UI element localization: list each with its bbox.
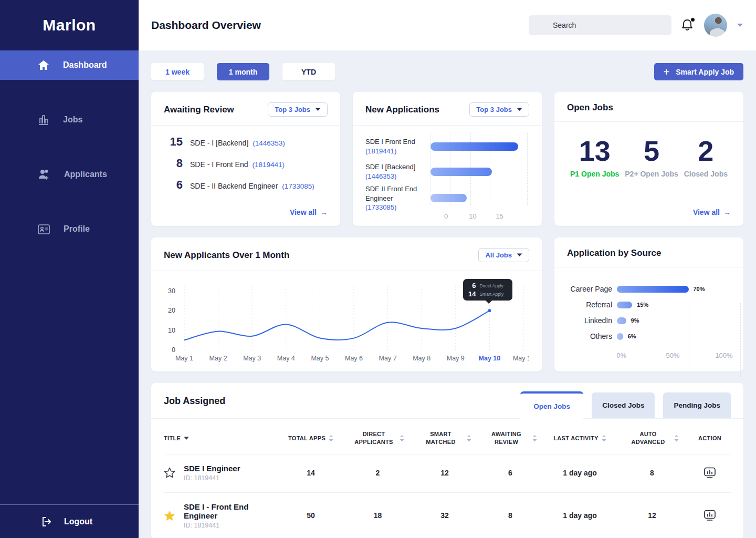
open-jobs-view-all-link[interactable]: View all → [680,208,743,226]
star-outline-icon[interactable] [164,467,175,478]
column-header-last-activity[interactable]: LAST ACTIVITY [544,434,615,442]
source-bar-track: 15% [617,302,719,308]
sidebar-item-profile[interactable]: Profile [0,214,139,244]
column-label: DIRECT APPLICANTS [351,430,396,447]
notification-bell-icon[interactable] [681,18,695,33]
action-cell [689,509,731,522]
new-applicants-title: New Applicants Over 1 Month [164,250,289,261]
column-header-action: ACTION [689,434,731,442]
report-action-button[interactable] [704,509,716,522]
bar-job-id-link[interactable]: (1819441) [365,147,430,156]
table-cell: 8 [476,511,544,520]
table-cell: 12 [413,469,476,477]
table-cell: 18 [342,511,413,520]
tab-open-jobs[interactable]: Open Jobs [520,391,583,419]
awaiting-job-title: SDE - I Front End(1819441) [190,160,328,169]
caret-down-icon[interactable] [184,437,189,440]
table-cell: 14 [279,469,342,477]
smart-apply-job-button[interactable]: + Smart Apply Job [654,63,743,80]
awaiting-review-filter-dropdown[interactable]: Top 3 Jobs [268,102,328,117]
range-button-ytd[interactable]: YTD [282,63,335,80]
source-value-label: 70% [694,286,705,293]
star-filled-icon[interactable] [164,510,175,521]
bar-job-id-link[interactable]: (1446353) [365,172,430,181]
logout-label: Logout [64,517,92,526]
table-cell: 32 [413,511,476,520]
line-series [184,311,489,340]
job-title-cell: SDE I - Front End EngineerID: 1819441 [164,502,279,529]
report-action-button[interactable] [704,467,716,479]
all-jobs-filter-dropdown[interactable]: All Jobs [478,248,529,262]
sidebar-nav: DashboardJobsApplicantsProfile [0,50,139,244]
bar-job-id-link[interactable]: (1733085) [365,203,430,212]
column-label: TITLE [164,434,181,442]
column-label: AWAITING REVIEW [484,430,529,447]
column-header-total-apps[interactable]: TOTAL APPS [279,434,342,442]
tooltip-row: 14Smart Apply [467,290,508,298]
tab-pending-jobs[interactable]: Pending Jobs [663,392,731,418]
caret-down-icon [517,253,522,257]
awaiting-job-id-link[interactable]: (1446353) [253,139,285,147]
open-jobs-stat: 13P1 Open Jobs [570,136,619,178]
tab-closed-jobs[interactable]: Closed Jobs [592,392,655,418]
awaiting-review-card: Awaiting Review Top 3 Jobs 15SDE - I [Ba… [151,92,340,226]
column-label: AUTO ADVANCED [626,430,671,447]
bar-chart-x-axis: 01015 [443,212,516,224]
sidebar-item-applicants[interactable]: Applicants [0,160,139,189]
table-cell: 8 [615,469,689,477]
range-button-1-month[interactable]: 1 month [217,63,269,80]
sort-icon[interactable] [400,434,404,442]
table-row[interactable]: SDE I - Front End EngineerID: 1819441501… [164,492,731,538]
x-axis-tick: 15 [496,212,503,220]
column-label: TOTAL APPS [288,434,326,442]
sort-icon[interactable] [532,434,537,442]
bar [430,142,518,151]
column-header-awaiting-review[interactable]: AWAITING REVIEW [476,430,544,447]
awaiting-job-id-link[interactable]: (1819441) [252,161,285,169]
source-bar [617,333,623,340]
chevron-down-icon[interactable] [737,23,743,27]
column-header-direct-applicants[interactable]: DIRECT APPLICANTS [342,430,413,447]
x-axis-label: May 9 [447,355,465,362]
awaiting-review-view-all-link[interactable]: View all → [277,208,340,226]
job-title-cell: SDE I EngineerID: 1819441 [164,464,279,482]
x-axis-label: May 2 [209,355,227,362]
avatar[interactable] [704,14,727,37]
column-label: SMART MATCHED [418,430,464,447]
new-applications-card: New Applications Top 3 Jobs SDE I Front … [353,92,542,226]
x-axis-label: May 3 [243,355,261,362]
source-bar [617,286,689,293]
awaiting-job-title: SDE - I [Backend](1446353) [190,139,328,147]
x-axis-label: May 6 [345,355,363,362]
search-input[interactable] [529,15,671,35]
column-header-smart-matched[interactable]: SMART MATCHED [413,430,476,447]
application-by-source-card: Application by Source Career Page70%Refe… [554,237,743,371]
job-id: ID: 1819441 [184,474,240,482]
source-label: Career Page [567,285,617,293]
sort-icon[interactable] [674,434,679,442]
table-row[interactable]: SDE I EngineerID: 18194411421261 day ago… [164,454,731,492]
logout-button[interactable]: Logout [0,504,139,538]
table-cell: 1 day ago [544,511,615,520]
column-header-auto-advanced[interactable]: AUTO ADVANCED [615,430,689,447]
job-title-wrap: SDE I EngineerID: 1819441 [184,464,240,482]
sidebar-item-dashboard[interactable]: Dashboard [0,50,139,80]
source-row: Career Page70% [567,281,731,297]
new-applications-filter-dropdown[interactable]: Top 3 Jobs [469,102,529,117]
sort-icon[interactable] [467,434,471,442]
bar-job-title: SDE I Front End [365,138,415,146]
sort-icon[interactable] [329,434,333,442]
jobs-chart-icon [38,114,49,126]
action-cell [689,467,731,479]
column-header-title[interactable]: TITLE [164,434,279,442]
tooltip-value: 14 [467,290,476,298]
awaiting-job-id-link[interactable]: (1733085) [282,182,314,190]
sort-icon[interactable] [602,434,606,442]
bar-job-title: SDE II Front End Engineer [365,185,417,202]
sidebar-item-jobs[interactable]: Jobs [0,105,139,134]
notification-dot [691,18,695,22]
new-applicants-chart-card: New Applicants Over 1 Month All Jobs May… [151,237,542,371]
x-axis-label: May 5 [311,355,329,362]
range-button-1-week[interactable]: 1 week [151,63,204,80]
awaiting-review-item: 8SDE - I Front End(1819441) [164,157,328,170]
